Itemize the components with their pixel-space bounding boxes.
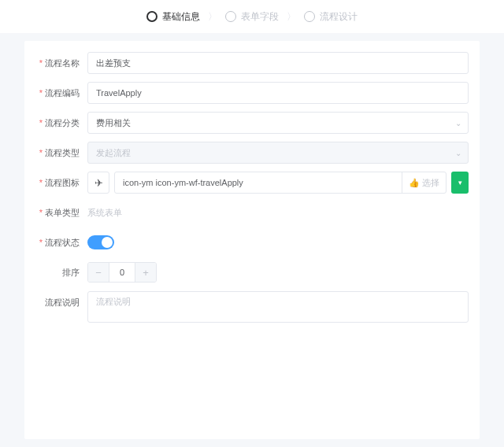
step-bar: 基础信息 〉 表单字段 〉 流程设计	[0, 0, 504, 33]
step-flow[interactable]: 流程设计	[304, 10, 358, 24]
status-switch[interactable]	[87, 235, 114, 249]
sort-stepper: − +	[87, 262, 157, 283]
label-category: 流程分类	[35, 112, 80, 134]
step-basic[interactable]: 基础信息	[146, 10, 200, 24]
step-label: 基础信息	[162, 10, 200, 24]
label-name: 流程名称	[35, 52, 80, 74]
desc-textarea[interactable]	[87, 291, 469, 323]
label-form-type: 表单类型	[35, 201, 80, 224]
chevron-right-icon: 〉	[287, 10, 296, 24]
icon-class-input[interactable]	[115, 178, 402, 187]
form-type-value-wrap: 系统表单	[87, 201, 469, 224]
label-type: 流程类型	[35, 142, 80, 164]
icon-select-label: 选择	[422, 177, 439, 189]
icon-color-dropdown[interactable]: ▾	[451, 172, 469, 194]
chevron-right-icon: 〉	[208, 10, 217, 24]
type-value: 发起流程	[96, 147, 131, 159]
label-desc: 流程说明	[35, 291, 80, 309]
chevron-down-icon: ⌄	[455, 119, 461, 127]
label-sort: 排序	[35, 261, 80, 283]
type-select: 发起流程 ⌄	[87, 142, 469, 164]
form-card: 流程名称 流程编码 流程分类 费用相关 ⌄ 流程类型 发起流程 ⌄ 流程图标 ✈	[24, 41, 480, 439]
stepper-increase-button[interactable]: +	[135, 263, 156, 282]
plane-icon: ✈	[94, 177, 103, 189]
icon-preview: ✈	[87, 172, 109, 194]
name-input[interactable]	[87, 52, 469, 74]
stepper-decrease-button[interactable]: −	[88, 263, 109, 282]
label-icon: 流程图标	[35, 172, 80, 194]
chevron-down-icon: ⌄	[455, 149, 461, 157]
form-type-value: 系统表单	[87, 207, 122, 219]
chevron-down-icon: ▾	[458, 179, 462, 187]
step-fields[interactable]: 表单字段	[225, 10, 279, 24]
sort-input[interactable]	[109, 263, 135, 282]
step-circle-icon	[225, 11, 236, 22]
category-value: 费用相关	[96, 117, 131, 129]
step-label: 表单字段	[241, 10, 279, 24]
label-code: 流程编码	[35, 82, 80, 104]
code-input[interactable]	[87, 82, 469, 104]
icon-select-button[interactable]: 👍 选择	[402, 172, 446, 193]
category-select[interactable]: 费用相关 ⌄	[87, 112, 469, 134]
step-label: 流程设计	[320, 10, 358, 24]
label-status: 流程状态	[35, 231, 80, 253]
thumb-up-icon: 👍	[409, 178, 420, 188]
icon-input-wrap: 👍 选择	[114, 172, 447, 194]
step-circle-icon	[304, 11, 315, 22]
step-circle-icon	[146, 11, 158, 22]
